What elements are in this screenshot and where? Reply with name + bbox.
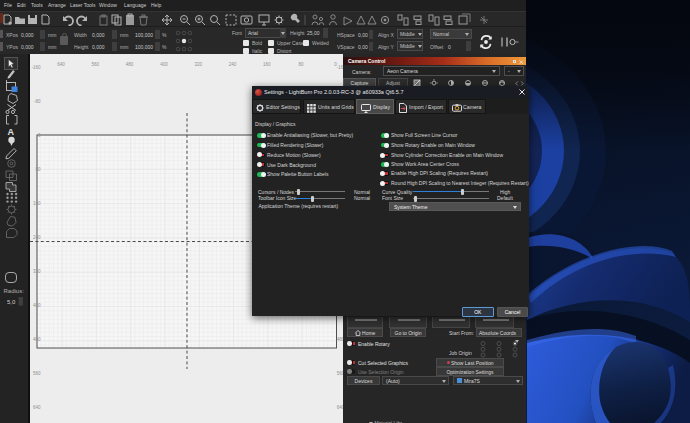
- svg-text:-80: -80: [34, 99, 41, 104]
- svg-text:-160: -160: [31, 65, 41, 70]
- svg-text:560: 560: [33, 371, 41, 376]
- svg-text:80: 80: [35, 167, 41, 172]
- svg-text:400: 400: [33, 303, 41, 308]
- svg-text:240: 240: [33, 235, 41, 240]
- svg-text:480: 480: [33, 337, 41, 342]
- svg-text:240: 240: [229, 62, 237, 67]
- svg-text:320: 320: [194, 62, 202, 67]
- svg-text:5,0: 5,0: [7, 299, 16, 305]
- svg-text:320: 320: [33, 269, 41, 274]
- svg-text:160: 160: [33, 201, 41, 206]
- svg-text:480: 480: [126, 62, 134, 67]
- svg-text:400: 400: [160, 62, 168, 67]
- svg-text:A: A: [8, 127, 15, 137]
- svg-text:80: 80: [299, 62, 305, 67]
- svg-text:640: 640: [57, 62, 65, 67]
- svg-text:560: 560: [92, 62, 100, 67]
- svg-text:640: 640: [33, 405, 41, 410]
- svg-text:160: 160: [263, 62, 271, 67]
- svg-text:Radius:: Radius:: [4, 288, 25, 294]
